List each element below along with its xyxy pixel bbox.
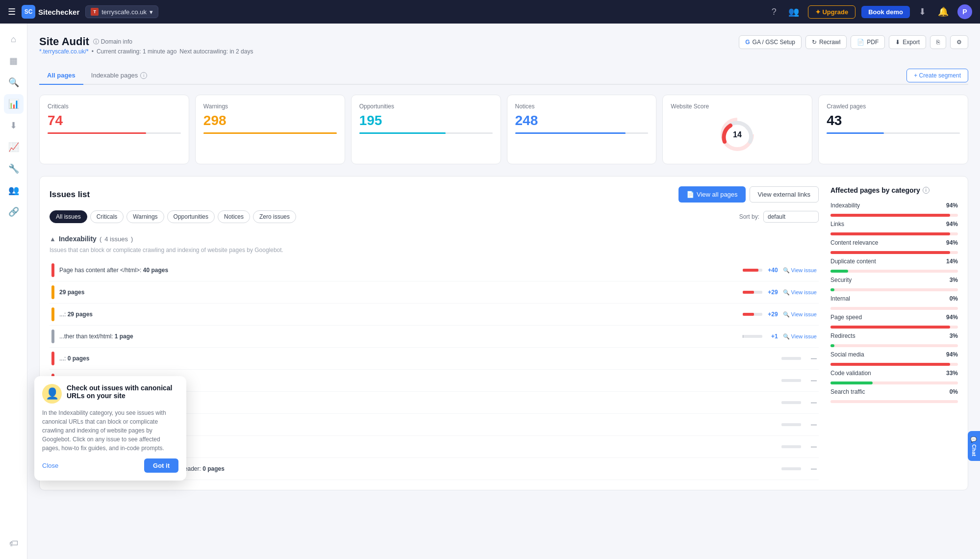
- tab-indexable-pages[interactable]: Indexable pages i: [83, 67, 155, 85]
- export-button[interactable]: ⬇ Export: [889, 35, 926, 49]
- hamburger-menu[interactable]: ☰: [8, 6, 16, 17]
- affected-categories-list: Indexability 94% Links 94% Content relev…: [830, 202, 958, 403]
- issue-row: ...: 0 pages —: [50, 348, 819, 370]
- ga-gsc-setup-button[interactable]: G GA / GSC Setup: [739, 35, 802, 49]
- filter-opportunities[interactable]: Opportunities: [167, 210, 215, 223]
- affected-progress-bar: [830, 400, 958, 403]
- sidebar-item-tools[interactable]: 🔧: [4, 159, 24, 178]
- issue-indicator-5: [51, 352, 54, 365]
- chat-widget[interactable]: 💬 Chat: [968, 431, 980, 461]
- issue-row: Page has content after </html>: 40 pages…: [50, 259, 819, 281]
- next-autocrawl: Next autocrawling: in 2 days: [179, 48, 253, 55]
- category-count-close: ): [131, 235, 133, 243]
- users-button[interactable]: 👥: [785, 4, 802, 19]
- upgrade-button[interactable]: ✦ Upgrade: [808, 5, 855, 19]
- tooltip-close-button[interactable]: Close: [42, 462, 58, 469]
- filter-zero-issues[interactable]: Zero issues: [253, 210, 296, 223]
- filter-warnings[interactable]: Warnings: [126, 210, 164, 223]
- criticals-label: Criticals: [48, 103, 181, 110]
- affected-category-pct: 0%: [950, 388, 958, 395]
- sidebar-item-team[interactable]: 👥: [4, 180, 24, 200]
- domain-chevron-icon: ▾: [150, 8, 153, 16]
- affected-category-pct: 94%: [946, 221, 958, 228]
- view-issue-button-3[interactable]: 🔍 View issue: [783, 311, 817, 318]
- domain-selector[interactable]: T terryscafe.co.uk ▾: [85, 5, 158, 18]
- recrawl-button[interactable]: ↻ Recrawl: [805, 35, 847, 49]
- issue-text-1: Page has content after </html>: 40 pages: [59, 267, 738, 274]
- category-title: Indexability: [59, 235, 97, 243]
- sort-label: Sort by:: [739, 213, 759, 220]
- notifications-button[interactable]: 🔔: [935, 4, 952, 19]
- view-all-pages-button[interactable]: 📄 View all pages: [678, 186, 746, 203]
- category-header[interactable]: ▲ Indexability ( 4 issues ): [50, 231, 819, 247]
- view-issue-button-4[interactable]: 🔍 View issue: [783, 333, 817, 340]
- stat-card-notices: Notices 248: [507, 95, 657, 164]
- category-description: Issues that can block or complicate craw…: [50, 247, 819, 254]
- user-avatar[interactable]: P: [957, 4, 972, 19]
- affected-category-pct: 94%: [946, 239, 958, 246]
- filter-row: All issues Criticals Warnings Opportunit…: [50, 210, 819, 223]
- sidebar-item-home[interactable]: ⌂: [4, 29, 24, 49]
- download-button[interactable]: ⬇: [916, 4, 929, 19]
- domain-path-link[interactable]: *.terryscafe.co.uk/*: [39, 48, 89, 55]
- help-button[interactable]: ?: [769, 5, 779, 19]
- sidebar-item-download[interactable]: ⬇: [4, 116, 24, 135]
- tab-all-pages[interactable]: All pages: [39, 67, 83, 85]
- issue-badge-8: —: [781, 421, 817, 428]
- book-demo-button[interactable]: Book demo: [861, 6, 910, 18]
- sidebar-item-badge[interactable]: 🏷: [4, 534, 24, 553]
- filter-criticals[interactable]: Criticals: [90, 210, 124, 223]
- header-actions: G GA / GSC Setup ↻ Recrawl 📄 PDF ⬇ Expor…: [739, 35, 968, 49]
- tab-all-pages-label: All pages: [47, 72, 75, 79]
- issue-badge-10: —: [781, 465, 817, 472]
- affected-category-item: Internal 0%: [830, 295, 958, 310]
- affected-category-label: Page speed: [830, 314, 862, 321]
- filter-notices[interactable]: Notices: [218, 210, 250, 223]
- affected-progress-fill: [830, 214, 950, 217]
- notices-label: Notices: [515, 103, 649, 110]
- affected-category-item: Content relevance 94%: [830, 239, 958, 254]
- filter-all-issues[interactable]: All issues: [50, 210, 87, 223]
- refresh-icon: ↻: [812, 39, 817, 46]
- tooltip-got-it-button[interactable]: Got it: [144, 458, 178, 473]
- search-icon: 🔍: [783, 311, 790, 318]
- affected-progress-fill: [830, 344, 834, 347]
- search-icon: 🔍: [783, 267, 790, 274]
- tab-indexable-pages-label: Indexable pages: [91, 72, 138, 79]
- affected-progress-fill: [830, 232, 950, 235]
- affected-category-label: Indexability: [830, 202, 860, 209]
- issue-indicator-2: [51, 285, 54, 299]
- pdf-button[interactable]: 📄 PDF: [851, 35, 885, 49]
- warnings-label: Warnings: [203, 103, 337, 110]
- sidebar-item-overview[interactable]: ▦: [4, 51, 24, 71]
- sort-select[interactable]: default pages affected alphabetical: [763, 211, 819, 223]
- issue-indicator-4: [51, 330, 54, 343]
- criticals-bar: [48, 132, 146, 134]
- page-tabs: All pages Indexable pages i + Create seg…: [39, 67, 968, 85]
- collapse-icon: ▲: [50, 235, 56, 243]
- sidebar-item-search[interactable]: 🔍: [4, 73, 24, 92]
- sidebar-item-audit[interactable]: 📊: [4, 94, 24, 114]
- sidebar-item-trending[interactable]: 📈: [4, 137, 24, 157]
- issue-badge-9: —: [781, 443, 817, 450]
- view-external-links-button[interactable]: View external links: [750, 186, 819, 203]
- affected-category-pct: 94%: [946, 351, 958, 358]
- affected-category-item: Indexability 94%: [830, 202, 958, 217]
- affected-category-item: Links 94%: [830, 221, 958, 235]
- create-segment-button[interactable]: + Create segment: [906, 69, 968, 82]
- sidebar-item-links[interactable]: 🔗: [4, 202, 24, 222]
- affected-category-pct: 3%: [950, 277, 958, 283]
- view-issue-button-1[interactable]: 🔍 View issue: [783, 267, 817, 274]
- settings-button[interactable]: ⚙: [950, 35, 968, 49]
- affected-category-pct: 94%: [946, 202, 958, 209]
- page-title: Site Audit: [39, 35, 89, 48]
- stats-grid: Criticals 74 Warnings 298 Opportunities …: [39, 95, 968, 164]
- opportunities-label: Opportunities: [359, 103, 493, 110]
- affected-pages-sidebar: Affected pages by category i Indexabilit…: [830, 186, 958, 480]
- issue-badge-6: —: [781, 377, 817, 384]
- view-issue-button-2[interactable]: 🔍 View issue: [783, 289, 817, 296]
- share-button[interactable]: ⎘: [930, 35, 946, 49]
- issue-badge-7: —: [781, 399, 817, 406]
- affected-category-label: Code validation: [830, 370, 871, 377]
- domain-info-link[interactable]: ⓘ Domain info: [93, 38, 132, 46]
